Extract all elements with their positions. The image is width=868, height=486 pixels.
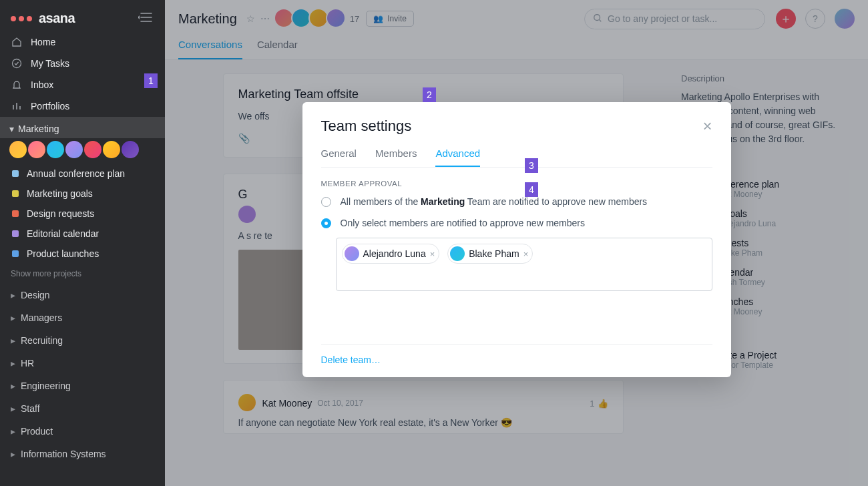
check-circle-icon xyxy=(11,57,23,69)
workspace-name: Marketing xyxy=(18,124,59,134)
team-label: Information Systems xyxy=(21,449,106,459)
annotation-2: 2 xyxy=(423,87,436,102)
team-label: Staff xyxy=(21,403,40,414)
project-label: Annual conference plan xyxy=(27,168,125,179)
team-label: Product xyxy=(21,426,53,437)
remove-icon[interactable]: × xyxy=(430,249,435,259)
modal-tabs: General Members Advanced xyxy=(321,142,712,168)
section-header: Member Approval xyxy=(321,180,712,188)
radio-icon xyxy=(321,197,331,207)
radio-label: Only select members are notified to appr… xyxy=(341,217,586,230)
nav-mytasks[interactable]: My Tasks xyxy=(0,53,165,74)
sidebar-project[interactable]: Annual conference plan xyxy=(0,164,165,184)
annotation-1: 1 xyxy=(144,73,158,88)
team-item[interactable]: ▸Engineering xyxy=(0,375,165,397)
team-item[interactable]: ▸Product xyxy=(0,420,165,443)
modal-title: Team settings xyxy=(321,117,412,135)
team-item[interactable]: ▸Managers xyxy=(0,306,165,329)
delete-team-link[interactable]: Delete team… xyxy=(321,354,381,365)
team-label: HR xyxy=(21,358,34,369)
team-avatars xyxy=(0,138,165,164)
project-label: Design requests xyxy=(27,208,94,219)
show-more-projects[interactable]: Show more projects xyxy=(0,264,165,284)
team-item[interactable]: ▸Design xyxy=(0,284,165,306)
logo[interactable]: asana xyxy=(11,11,75,26)
annotation-3: 3 xyxy=(525,158,538,173)
sidebar-project[interactable]: Marketing goals xyxy=(0,184,165,204)
nav-inbox[interactable]: Inbox xyxy=(0,74,165,95)
token-name: Blake Pham xyxy=(469,248,519,259)
bell-icon xyxy=(11,79,23,91)
bars-icon xyxy=(11,100,23,112)
nav-label: Home xyxy=(31,37,55,47)
sidebar-project[interactable]: Product launches xyxy=(0,244,165,264)
team-item[interactable]: ▸HR xyxy=(0,352,165,375)
nav-home[interactable]: Home xyxy=(0,31,165,53)
team-label: Recruiting xyxy=(21,335,63,346)
team-label: Managers xyxy=(21,312,62,323)
approver-token[interactable]: Blake Pham × xyxy=(447,244,533,264)
sidebar-project[interactable]: Editorial calendar xyxy=(0,224,165,244)
workspace-header[interactable]: ▾ Marketing xyxy=(0,117,165,138)
nav-label: Portfolios xyxy=(31,101,69,111)
tab-general[interactable]: General xyxy=(321,142,357,167)
tab-members[interactable]: Members xyxy=(375,142,417,167)
nav-label: Inbox xyxy=(31,79,53,90)
approver-token[interactable]: Alejandro Luna × xyxy=(342,244,440,264)
team-settings-modal: Team settings × General Members Advanced… xyxy=(302,102,731,377)
home-icon xyxy=(11,36,23,48)
chevron-down-icon: ▾ xyxy=(9,124,14,134)
brand-name: asana xyxy=(39,11,75,26)
close-icon[interactable]: × xyxy=(702,117,712,136)
team-item[interactable]: ▸Information Systems xyxy=(0,443,165,465)
team-item[interactable]: ▸Recruiting xyxy=(0,329,165,352)
team-item[interactable]: ▸Staff xyxy=(0,397,165,420)
nav-label: My Tasks xyxy=(31,58,69,69)
team-label: Engineering xyxy=(21,381,71,391)
remove-icon[interactable]: × xyxy=(523,249,529,259)
collapse-sidebar-icon[interactable] xyxy=(138,11,154,25)
tab-advanced[interactable]: Advanced xyxy=(435,142,480,167)
sidebar-project[interactable]: Design requests xyxy=(0,204,165,224)
project-label: Editorial calendar xyxy=(27,228,99,239)
team-label: Design xyxy=(21,290,50,300)
avatar xyxy=(450,246,465,261)
token-name: Alejandro Luna xyxy=(363,248,426,259)
approver-input[interactable]: Alejandro Luna × Blake Pham × xyxy=(336,238,712,291)
nav-portfolios[interactable]: Portfolios xyxy=(0,95,165,117)
radio-all-members[interactable]: All members of the Marketing Team are no… xyxy=(321,196,712,209)
project-label: Product launches xyxy=(27,248,99,259)
radio-select-members[interactable]: Only select members are notified to appr… xyxy=(321,217,712,230)
annotation-4: 4 xyxy=(525,182,538,197)
radio-icon xyxy=(321,218,331,228)
radio-label: All members of the Marketing Team are no… xyxy=(341,196,648,209)
modal-overlay[interactable]: Team settings × General Members Advanced… xyxy=(165,0,868,486)
avatar xyxy=(345,246,359,261)
sidebar: asana Home My Tasks Inbox Portfolios ▾ M… xyxy=(0,0,165,486)
project-label: Marketing goals xyxy=(27,188,93,199)
